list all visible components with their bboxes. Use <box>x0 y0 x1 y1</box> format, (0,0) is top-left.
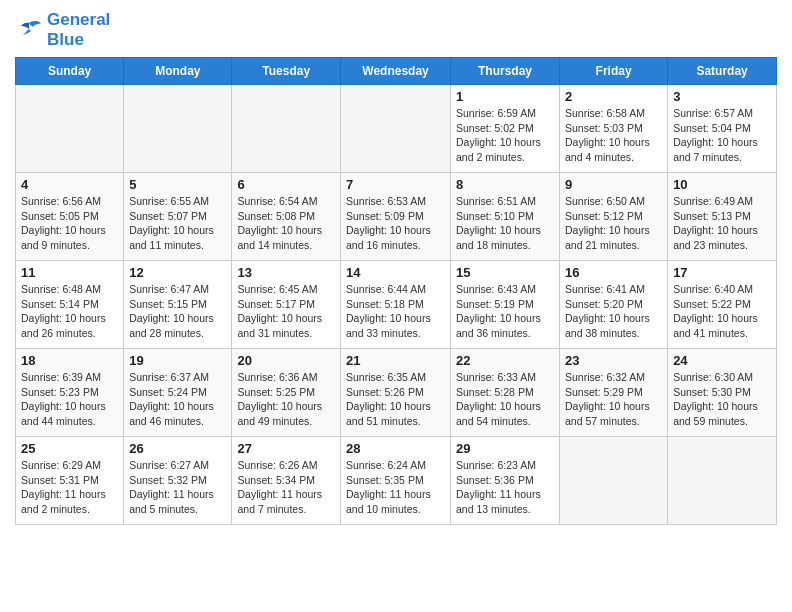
day-info: Sunrise: 6:54 AMSunset: 5:08 PMDaylight:… <box>237 194 335 253</box>
day-info: Sunrise: 6:57 AMSunset: 5:04 PMDaylight:… <box>673 106 771 165</box>
day-number: 18 <box>21 353 118 368</box>
day-number: 20 <box>237 353 335 368</box>
day-info: Sunrise: 6:40 AMSunset: 5:22 PMDaylight:… <box>673 282 771 341</box>
day-number: 3 <box>673 89 771 104</box>
calendar-cell: 1Sunrise: 6:59 AMSunset: 5:02 PMDaylight… <box>451 85 560 173</box>
calendar-cell: 8Sunrise: 6:51 AMSunset: 5:10 PMDaylight… <box>451 173 560 261</box>
weekday-header: Saturday <box>668 58 777 85</box>
day-info: Sunrise: 6:33 AMSunset: 5:28 PMDaylight:… <box>456 370 554 429</box>
calendar-week-row: 11Sunrise: 6:48 AMSunset: 5:14 PMDayligh… <box>16 261 777 349</box>
day-number: 15 <box>456 265 554 280</box>
calendar-cell: 24Sunrise: 6:30 AMSunset: 5:30 PMDayligh… <box>668 349 777 437</box>
day-number: 7 <box>346 177 445 192</box>
day-number: 12 <box>129 265 226 280</box>
logo-bird-icon <box>15 19 43 41</box>
day-number: 27 <box>237 441 335 456</box>
day-number: 1 <box>456 89 554 104</box>
calendar-cell: 3Sunrise: 6:57 AMSunset: 5:04 PMDaylight… <box>668 85 777 173</box>
calendar-cell <box>341 85 451 173</box>
day-number: 9 <box>565 177 662 192</box>
day-info: Sunrise: 6:26 AMSunset: 5:34 PMDaylight:… <box>237 458 335 517</box>
day-info: Sunrise: 6:37 AMSunset: 5:24 PMDaylight:… <box>129 370 226 429</box>
weekday-header: Friday <box>560 58 668 85</box>
logo-text: General Blue <box>47 10 110 49</box>
calendar-cell: 18Sunrise: 6:39 AMSunset: 5:23 PMDayligh… <box>16 349 124 437</box>
day-number: 22 <box>456 353 554 368</box>
day-number: 13 <box>237 265 335 280</box>
calendar-cell: 11Sunrise: 6:48 AMSunset: 5:14 PMDayligh… <box>16 261 124 349</box>
calendar-cell: 5Sunrise: 6:55 AMSunset: 5:07 PMDaylight… <box>124 173 232 261</box>
calendar-cell <box>668 437 777 525</box>
day-info: Sunrise: 6:56 AMSunset: 5:05 PMDaylight:… <box>21 194 118 253</box>
calendar-cell: 6Sunrise: 6:54 AMSunset: 5:08 PMDaylight… <box>232 173 341 261</box>
calendar-cell: 2Sunrise: 6:58 AMSunset: 5:03 PMDaylight… <box>560 85 668 173</box>
weekday-header: Tuesday <box>232 58 341 85</box>
day-number: 17 <box>673 265 771 280</box>
day-info: Sunrise: 6:23 AMSunset: 5:36 PMDaylight:… <box>456 458 554 517</box>
calendar-cell: 14Sunrise: 6:44 AMSunset: 5:18 PMDayligh… <box>341 261 451 349</box>
calendar-cell: 15Sunrise: 6:43 AMSunset: 5:19 PMDayligh… <box>451 261 560 349</box>
day-info: Sunrise: 6:35 AMSunset: 5:26 PMDaylight:… <box>346 370 445 429</box>
calendar-week-row: 18Sunrise: 6:39 AMSunset: 5:23 PMDayligh… <box>16 349 777 437</box>
calendar-cell: 4Sunrise: 6:56 AMSunset: 5:05 PMDaylight… <box>16 173 124 261</box>
day-number: 24 <box>673 353 771 368</box>
day-info: Sunrise: 6:55 AMSunset: 5:07 PMDaylight:… <box>129 194 226 253</box>
calendar-cell: 26Sunrise: 6:27 AMSunset: 5:32 PMDayligh… <box>124 437 232 525</box>
calendar-table: SundayMondayTuesdayWednesdayThursdayFrid… <box>15 57 777 525</box>
day-info: Sunrise: 6:59 AMSunset: 5:02 PMDaylight:… <box>456 106 554 165</box>
calendar-cell: 22Sunrise: 6:33 AMSunset: 5:28 PMDayligh… <box>451 349 560 437</box>
day-number: 29 <box>456 441 554 456</box>
calendar-cell: 20Sunrise: 6:36 AMSunset: 5:25 PMDayligh… <box>232 349 341 437</box>
day-info: Sunrise: 6:43 AMSunset: 5:19 PMDaylight:… <box>456 282 554 341</box>
weekday-header: Monday <box>124 58 232 85</box>
day-info: Sunrise: 6:32 AMSunset: 5:29 PMDaylight:… <box>565 370 662 429</box>
calendar-cell: 27Sunrise: 6:26 AMSunset: 5:34 PMDayligh… <box>232 437 341 525</box>
page-header: General Blue <box>15 10 777 49</box>
day-info: Sunrise: 6:47 AMSunset: 5:15 PMDaylight:… <box>129 282 226 341</box>
day-number: 28 <box>346 441 445 456</box>
day-info: Sunrise: 6:41 AMSunset: 5:20 PMDaylight:… <box>565 282 662 341</box>
day-info: Sunrise: 6:24 AMSunset: 5:35 PMDaylight:… <box>346 458 445 517</box>
day-number: 25 <box>21 441 118 456</box>
calendar-cell: 21Sunrise: 6:35 AMSunset: 5:26 PMDayligh… <box>341 349 451 437</box>
day-info: Sunrise: 6:29 AMSunset: 5:31 PMDaylight:… <box>21 458 118 517</box>
calendar-cell: 9Sunrise: 6:50 AMSunset: 5:12 PMDaylight… <box>560 173 668 261</box>
day-info: Sunrise: 6:36 AMSunset: 5:25 PMDaylight:… <box>237 370 335 429</box>
calendar-cell: 19Sunrise: 6:37 AMSunset: 5:24 PMDayligh… <box>124 349 232 437</box>
day-info: Sunrise: 6:39 AMSunset: 5:23 PMDaylight:… <box>21 370 118 429</box>
day-info: Sunrise: 6:50 AMSunset: 5:12 PMDaylight:… <box>565 194 662 253</box>
calendar-cell: 23Sunrise: 6:32 AMSunset: 5:29 PMDayligh… <box>560 349 668 437</box>
day-number: 21 <box>346 353 445 368</box>
day-number: 16 <box>565 265 662 280</box>
day-number: 4 <box>21 177 118 192</box>
weekday-header: Thursday <box>451 58 560 85</box>
calendar-cell <box>16 85 124 173</box>
day-info: Sunrise: 6:30 AMSunset: 5:30 PMDaylight:… <box>673 370 771 429</box>
day-number: 19 <box>129 353 226 368</box>
day-number: 6 <box>237 177 335 192</box>
calendar-cell: 16Sunrise: 6:41 AMSunset: 5:20 PMDayligh… <box>560 261 668 349</box>
calendar-cell: 13Sunrise: 6:45 AMSunset: 5:17 PMDayligh… <box>232 261 341 349</box>
logo: General Blue <box>15 10 110 49</box>
day-info: Sunrise: 6:51 AMSunset: 5:10 PMDaylight:… <box>456 194 554 253</box>
day-info: Sunrise: 6:45 AMSunset: 5:17 PMDaylight:… <box>237 282 335 341</box>
weekday-header: Sunday <box>16 58 124 85</box>
day-number: 26 <box>129 441 226 456</box>
calendar-header-row: SundayMondayTuesdayWednesdayThursdayFrid… <box>16 58 777 85</box>
calendar-cell: 17Sunrise: 6:40 AMSunset: 5:22 PMDayligh… <box>668 261 777 349</box>
day-number: 11 <box>21 265 118 280</box>
calendar-week-row: 25Sunrise: 6:29 AMSunset: 5:31 PMDayligh… <box>16 437 777 525</box>
day-number: 2 <box>565 89 662 104</box>
calendar-cell: 25Sunrise: 6:29 AMSunset: 5:31 PMDayligh… <box>16 437 124 525</box>
calendar-cell: 29Sunrise: 6:23 AMSunset: 5:36 PMDayligh… <box>451 437 560 525</box>
calendar-week-row: 4Sunrise: 6:56 AMSunset: 5:05 PMDaylight… <box>16 173 777 261</box>
calendar-cell: 10Sunrise: 6:49 AMSunset: 5:13 PMDayligh… <box>668 173 777 261</box>
calendar-cell: 12Sunrise: 6:47 AMSunset: 5:15 PMDayligh… <box>124 261 232 349</box>
calendar-cell <box>560 437 668 525</box>
day-info: Sunrise: 6:27 AMSunset: 5:32 PMDaylight:… <box>129 458 226 517</box>
calendar-week-row: 1Sunrise: 6:59 AMSunset: 5:02 PMDaylight… <box>16 85 777 173</box>
weekday-header: Wednesday <box>341 58 451 85</box>
day-number: 10 <box>673 177 771 192</box>
calendar-cell <box>232 85 341 173</box>
day-number: 23 <box>565 353 662 368</box>
